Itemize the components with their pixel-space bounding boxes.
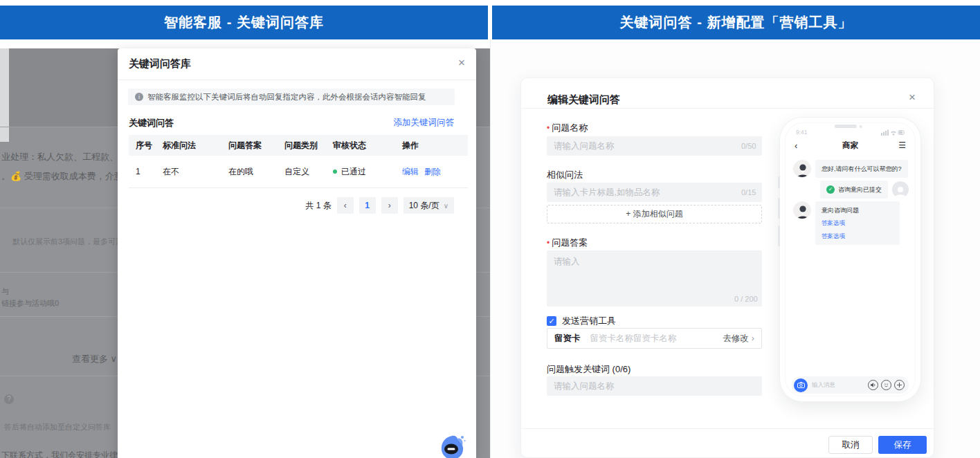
lead-card-placeholder: 留资卡名称留资卡名称 xyxy=(590,333,723,345)
phone-notch xyxy=(834,125,862,128)
chevron-down-icon: ∨ xyxy=(444,202,448,210)
cancel-button[interactable]: 取消 xyxy=(828,436,873,454)
save-button[interactable]: 保存 xyxy=(878,436,927,454)
camera-dot xyxy=(859,125,862,128)
chat-title: 商家 xyxy=(785,140,916,151)
phone-side-button xyxy=(778,176,780,188)
lead-card-label: 留资卡 xyxy=(554,333,581,345)
col-header-index: 序号 xyxy=(129,140,163,152)
chat-message-merchant-options: 意向咨询问题 答案选项 答案选项 xyxy=(793,201,900,245)
send-marketing-tool-row: ✓ 发送营销工具 xyxy=(547,315,616,327)
answer-option-link[interactable]: 答案选项 xyxy=(822,219,893,227)
question-badge-icon: ? xyxy=(4,394,14,404)
check-circle-icon: ✓ xyxy=(826,185,835,194)
bg-text-fragment: 下联系方式，我们会安排专业律师与您联 xyxy=(1,450,119,458)
answer-textarea[interactable]: 请输入 xyxy=(547,250,762,306)
speaker-pill xyxy=(834,125,856,128)
close-icon[interactable]: × xyxy=(909,91,916,104)
question-name-label: •问题名称 xyxy=(547,122,588,134)
bg-text-fragment: 。💰 受理需收取成本费，介意勿扰! xyxy=(1,170,119,183)
similar-question-input[interactable] xyxy=(547,183,762,202)
trigger-keyword-input[interactable] xyxy=(547,376,762,396)
info-banner-text: 智能客服监控以下关键词后将自动回复指定内容，此外会根据会话内容智能回复 xyxy=(147,92,426,102)
answer-label-text: 问题答案 xyxy=(552,237,588,248)
menu-icon[interactable]: ☰ xyxy=(898,140,906,150)
keyword-qa-library-modal: 关键词问答库 × i 智能客服监控以下关键词后将自动回复指定内容，此外会根据会话… xyxy=(118,48,476,458)
chat-bubble: ✓ 咨询意向已提交 xyxy=(820,181,888,199)
delete-link[interactable]: 删除 xyxy=(424,167,441,176)
camera-icon[interactable] xyxy=(794,378,808,392)
emoji-icon[interactable] xyxy=(881,380,891,390)
modify-link[interactable]: 去修改 xyxy=(723,333,749,345)
see-more-link[interactable]: 查看更多 ∨ xyxy=(72,353,117,365)
chevron-right-icon: › xyxy=(752,333,754,343)
modal-title-divider xyxy=(521,108,934,109)
cell-index: 1 xyxy=(129,167,163,176)
info-banner: i 智能客服监控以下关键词后将自动回复指定内容，此外会根据会话内容智能回复 xyxy=(128,89,455,105)
cell-status: 已通过 xyxy=(333,166,402,178)
options-title: 意向咨询问题 xyxy=(822,206,893,214)
assistant-mascot-icon[interactable] xyxy=(438,433,467,458)
status-dot-icon xyxy=(333,170,337,174)
chat-bubble: 您好,请问有什么可以帮您的? xyxy=(815,160,908,178)
page-number-button[interactable]: 1 xyxy=(359,197,376,214)
message-input[interactable]: 输入消息 xyxy=(812,381,865,390)
col-header-actions: 操作 xyxy=(402,140,468,152)
question-name-input[interactable] xyxy=(547,136,762,156)
status-text: 已通过 xyxy=(341,167,366,176)
info-icon: i xyxy=(135,93,143,101)
phone-clock: 9:41 xyxy=(796,129,808,136)
background-left-strip xyxy=(0,48,9,142)
answer-label: •问题答案 xyxy=(547,237,588,249)
modal-title-divider xyxy=(118,80,476,80)
merchant-avatar xyxy=(793,201,811,219)
bg-text-fragment: 链接参与活动哦0 xyxy=(1,298,59,309)
next-page-button[interactable]: › xyxy=(381,197,398,214)
col-header-status: 审核状态 xyxy=(333,140,402,152)
edit-link[interactable]: 编辑 xyxy=(402,167,419,176)
pagination-total: 共 1 条 xyxy=(305,200,331,212)
required-mark: • xyxy=(547,123,550,133)
phone-screen: 9:41 xyxy=(785,122,916,396)
plus-icon[interactable] xyxy=(894,380,905,390)
modal-title: 编辑关键词问答 xyxy=(547,93,620,107)
close-icon[interactable]: × xyxy=(458,56,465,70)
table-row: 1 在不 在的哦 自定义 已通过 编辑删除 xyxy=(129,156,468,188)
phone-side-button xyxy=(778,226,780,246)
marketing-checkbox[interactable]: ✓ xyxy=(547,316,556,326)
add-similar-question-button[interactable]: + 添加相似问题 xyxy=(547,205,762,223)
cell-question: 在不 xyxy=(163,166,228,178)
chat-message-user: ✓ 咨询意向已提交 xyxy=(820,181,909,199)
modal-title: 关键词问答库 xyxy=(129,57,191,71)
answer-option-link[interactable]: 答案选项 xyxy=(822,232,893,240)
col-header-question: 标准问法 xyxy=(163,140,228,152)
bg-text-fragment: 默认仅展示前3项问题，最多可添加9条 xyxy=(12,237,118,247)
signal-wifi-battery-icon xyxy=(881,129,905,136)
prev-page-button[interactable]: ‹ xyxy=(337,197,354,214)
section-title: 关键词问答 xyxy=(129,117,174,129)
right-panel-header: 关键词问答 - 新增配置「营销工具」 xyxy=(492,6,980,39)
phone-status-bar: 9:41 xyxy=(785,128,916,136)
page-size-value: 10 条/页 xyxy=(409,200,439,212)
add-keyword-qa-link[interactable]: 添加关键词问答 xyxy=(394,117,455,129)
left-panel-title: 智能客服 - 关键词问答库 xyxy=(164,13,324,32)
merchant-avatar xyxy=(793,160,811,178)
col-header-answer: 问题答案 xyxy=(228,140,284,152)
chat-message-merchant: 您好,请问有什么可以帮您的? xyxy=(793,160,908,178)
cell-answer: 在的哦 xyxy=(228,166,284,178)
lead-card-row: 留资卡 留资卡名称留资卡名称 去修改 › xyxy=(547,328,762,349)
phone-preview: 9:41 xyxy=(780,118,920,401)
dual-screenshot-canvas: 智能客服 - 关键词问答库 关键词问答 - 新增配置「营销工具」 业处理：私人欠… xyxy=(0,0,980,458)
table-header-row: 序号 标准问法 问题答案 问题类别 审核状态 操作 xyxy=(129,135,468,156)
status-icons xyxy=(881,129,905,136)
required-mark: • xyxy=(547,238,550,248)
page-size-select[interactable]: 10 条/页 ∨ xyxy=(403,197,454,214)
answer-counter: 0 / 200 xyxy=(734,295,758,303)
voice-icon[interactable] xyxy=(868,380,878,390)
submit-text: 咨询意向已提交 xyxy=(838,185,882,194)
similar-question-label: 相似问法 xyxy=(547,169,583,181)
cell-actions: 编辑删除 xyxy=(402,166,468,178)
right-panel-title: 关键词问答 - 新增配置「营销工具」 xyxy=(620,13,853,32)
chat-bubble: 意向咨询问题 答案选项 答案选项 xyxy=(815,201,900,245)
bg-text-fragment: 与 xyxy=(1,286,9,297)
